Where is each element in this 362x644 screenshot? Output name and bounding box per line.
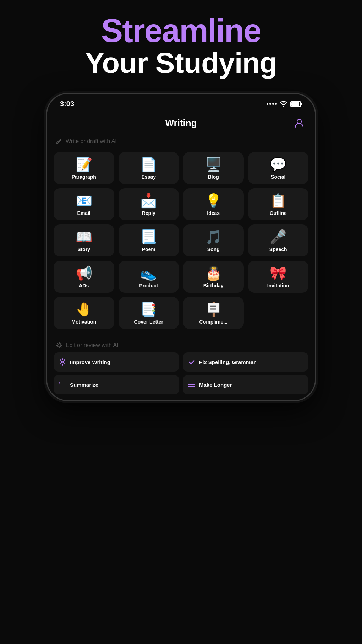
grid-item-product[interactable]: 👟 Product xyxy=(119,261,179,293)
blog-icon: 🖥️ xyxy=(205,158,222,171)
edit-label-text: Edit or review with AI xyxy=(66,342,119,348)
search-placeholder: Write or draft with AI xyxy=(66,138,117,145)
battery-icon xyxy=(290,101,302,107)
grid-item-cover-letter[interactable]: 📑 Cover Letter xyxy=(119,297,179,329)
grid-item-email[interactable]: 📧 Email xyxy=(54,188,114,220)
improve-writing-button[interactable]: Improve Writing xyxy=(54,352,179,372)
app-content: Writing Write or draft with AI 📝 Paragra… xyxy=(47,112,315,400)
paragraph-label: Paragraph xyxy=(72,174,96,180)
speech-label: Speech xyxy=(269,247,287,252)
grid-item-ads[interactable]: 📢 ADs xyxy=(54,261,114,293)
birthday-icon: 🎂 xyxy=(205,266,222,280)
song-icon: 🎵 xyxy=(205,230,222,244)
action-rows: Improve Writing Fix Spelling, Grammar " xyxy=(54,352,308,394)
ideas-label: Ideas xyxy=(207,210,220,216)
grid-item-speech[interactable]: 🎤 Speech xyxy=(248,224,309,256)
paragraph-icon: 📝 xyxy=(76,158,92,171)
speech-icon: 🎤 xyxy=(270,230,286,244)
make-longer-button[interactable]: Make Longer xyxy=(183,375,308,394)
essay-label: Essay xyxy=(142,174,156,180)
compliment-label: Complime... xyxy=(199,319,227,325)
outline-label: Outline xyxy=(270,210,287,216)
phone-frame: 3:03 xyxy=(46,93,316,401)
action-row-1: Improve Writing Fix Spelling, Grammar xyxy=(54,352,308,372)
grid-item-compliment[interactable]: 🪧 Complime... xyxy=(183,297,244,329)
reply-icon: 📩 xyxy=(140,194,157,207)
wifi-icon xyxy=(280,101,287,107)
email-label: Email xyxy=(77,210,90,216)
birthday-label: Birthday xyxy=(203,283,224,288)
headline-sub: Your Studying xyxy=(85,47,277,79)
motivation-label: Motivation xyxy=(71,319,96,325)
app-header: Writing xyxy=(47,112,315,134)
ideas-icon: 💡 xyxy=(205,194,222,207)
grid-item-paragraph[interactable]: 📝 Paragraph xyxy=(54,152,114,184)
grid-item-reply[interactable]: 📩 Reply xyxy=(119,188,179,220)
reply-label: Reply xyxy=(142,210,155,216)
grid-item-poem[interactable]: 📃 Poem xyxy=(119,224,179,256)
compliment-icon: 🪧 xyxy=(205,303,222,316)
poem-label: Poem xyxy=(142,247,155,252)
email-icon: 📧 xyxy=(76,194,92,207)
edit-section-label: Edit or review with AI xyxy=(54,337,308,352)
edit-section: Edit or review with AI Improve Writing xyxy=(47,335,315,400)
grid-item-ideas[interactable]: 💡 Ideas xyxy=(183,188,244,220)
quote-icon: " xyxy=(59,381,66,389)
product-icon: 👟 xyxy=(140,266,157,280)
cover-letter-icon: 📑 xyxy=(140,303,157,316)
action-row-2: " Summarize Make Longer xyxy=(54,375,308,394)
grid-item-outline[interactable]: 📋 Outline xyxy=(248,188,309,220)
story-icon: 📖 xyxy=(76,230,92,244)
summarize-button[interactable]: " Summarize xyxy=(54,375,179,394)
fix-spelling-button[interactable]: Fix Spelling, Grammar xyxy=(183,352,308,372)
app-title: Writing xyxy=(68,118,294,129)
essay-icon: 📄 xyxy=(140,158,157,171)
headline-streamline: Streamline xyxy=(85,14,277,47)
invitation-label: Invitation xyxy=(267,283,289,288)
make-longer-label: Make Longer xyxy=(199,382,232,388)
writing-grid: 📝 Paragraph 📄 Essay 🖥️ Blog 💬 Social 📧 E… xyxy=(47,149,315,335)
poem-icon: 📃 xyxy=(140,230,157,244)
ads-label: ADs xyxy=(79,283,89,288)
ads-icon: 📢 xyxy=(76,266,92,280)
sparkle-decoration-icon xyxy=(56,342,63,349)
grid-item-song[interactable]: 🎵 Song xyxy=(183,224,244,256)
svg-point-1 xyxy=(62,361,64,363)
grid-item-motivation[interactable]: 🤚 Motivation xyxy=(54,297,114,329)
grid-item-invitation[interactable]: 🎀 Invitation xyxy=(248,261,309,293)
grid-item-blog[interactable]: 🖥️ Blog xyxy=(183,152,244,184)
story-label: Story xyxy=(77,247,90,252)
profile-icon[interactable] xyxy=(294,117,305,129)
status-icons xyxy=(267,101,302,107)
grid-item-story[interactable]: 📖 Story xyxy=(54,224,114,256)
lines-icon xyxy=(188,381,196,389)
song-label: Song xyxy=(207,247,220,252)
status-time: 3:03 xyxy=(60,100,74,108)
summarize-label: Summarize xyxy=(70,382,98,388)
outline-icon: 📋 xyxy=(270,194,286,207)
social-label: Social xyxy=(271,174,285,180)
grid-item-social[interactable]: 💬 Social xyxy=(248,152,309,184)
headline-section: Streamline Your Studying xyxy=(85,14,277,79)
search-bar[interactable]: Write or draft with AI xyxy=(47,134,315,149)
status-bar: 3:03 xyxy=(47,94,315,112)
blog-label: Blog xyxy=(208,174,219,180)
svg-text:": " xyxy=(59,381,62,389)
improve-writing-label: Improve Writing xyxy=(70,359,110,365)
signal-icon xyxy=(267,103,277,105)
check-icon xyxy=(188,358,196,366)
grid-item-birthday[interactable]: 🎂 Birthday xyxy=(183,261,244,293)
fix-spelling-label: Fix Spelling, Grammar xyxy=(199,359,256,365)
motivation-icon: 🤚 xyxy=(76,303,92,316)
edit-icon xyxy=(56,138,62,145)
invitation-icon: 🎀 xyxy=(270,266,286,280)
cover-letter-label: Cover Letter xyxy=(134,319,163,325)
grid-item-essay[interactable]: 📄 Essay xyxy=(119,152,179,184)
social-icon: 💬 xyxy=(270,158,286,171)
product-label: Product xyxy=(139,283,158,288)
improve-writing-icon xyxy=(59,358,66,366)
